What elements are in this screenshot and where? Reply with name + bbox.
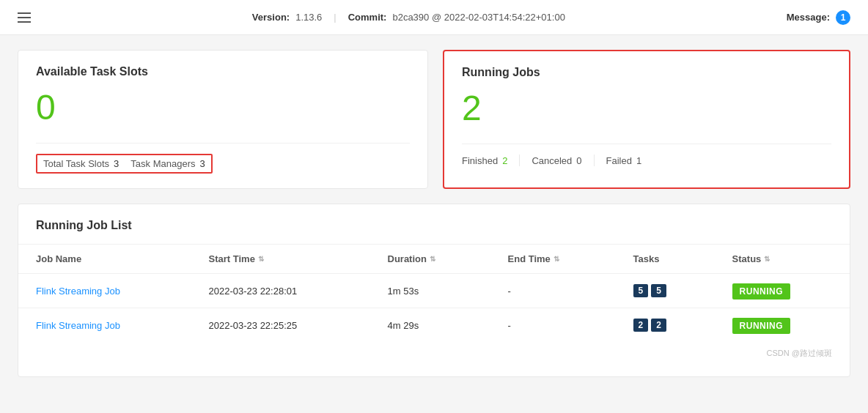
task-managers-item: Task Managers 3 — [130, 158, 205, 169]
status-badge: RUNNING — [732, 283, 791, 299]
task-managers-value: 3 — [199, 158, 205, 169]
col-job-name: Job Name — [18, 245, 191, 274]
running-jobs-card: Running Jobs 2 Finished 2 Canceled 0 Fai… — [443, 50, 850, 189]
header-right: Message: 1 — [787, 10, 850, 25]
message-badge[interactable]: 1 — [836, 10, 850, 25]
header-center: Version: 1.13.6 | Commit: b2ca390 @ 2022… — [252, 12, 565, 23]
job-name-cell: Flink Streaming Job — [18, 308, 191, 343]
total-task-slots-label: Total Task Slots — [43, 158, 109, 169]
finished-label: Finished — [462, 155, 498, 166]
end-time-cell: - — [490, 274, 616, 308]
commit-value: b2ca390 @ 2022-02-03T14:54:22+01:00 — [392, 12, 564, 23]
canceled-label: Canceled — [532, 155, 572, 166]
col-start-time[interactable]: Start Time ⇅ — [191, 245, 370, 274]
status-cell: RUNNING — [715, 308, 850, 343]
total-task-slots-item: Total Task Slots 3 — [43, 158, 119, 169]
failed-value: 1 — [636, 155, 641, 166]
footer-divider1 — [519, 155, 520, 166]
commit-label: Commit: — [348, 12, 387, 23]
failed-label: Failed — [606, 155, 632, 166]
sort-duration-icon: ⇅ — [430, 256, 435, 263]
footer-divider2 — [594, 155, 595, 166]
job-table: Job Name Start Time ⇅ Duration ⇅ — [18, 244, 850, 342]
col-end-time[interactable]: End Time ⇅ — [490, 245, 616, 274]
start-time-cell: 2022-03-23 22:25:25 — [191, 308, 370, 343]
running-job-list-section: Running Job List Job Name Start Time ⇅ — [18, 204, 850, 377]
canceled-value: 0 — [576, 155, 581, 166]
running-jobs-title: Running Jobs — [462, 66, 831, 79]
col-duration[interactable]: Duration ⇅ — [370, 245, 490, 274]
canceled-item: Canceled 0 — [532, 155, 581, 166]
col-status[interactable]: Status ⇅ — [715, 245, 850, 274]
task-badge-1: 5 — [633, 284, 649, 297]
task-slots-highlight: Total Task Slots 3 Task Managers 3 — [36, 154, 213, 174]
col-tasks: Tasks — [616, 245, 715, 274]
table-row: Flink Streaming Job 2022-03-23 22:28:01 … — [18, 274, 850, 308]
job-name-link[interactable]: Flink Streaming Job — [36, 286, 120, 297]
header-divider1: | — [334, 12, 336, 23]
running-jobs-metric: 2 — [462, 91, 831, 126]
available-task-slots-footer: Total Task Slots 3 Task Managers 3 — [36, 143, 410, 174]
job-name-cell: Flink Streaming Job — [18, 274, 191, 308]
menu-icon[interactable] — [18, 12, 31, 23]
duration-cell: 1m 53s — [370, 274, 490, 308]
tasks-cell: 2 2 — [616, 308, 715, 343]
main-content: Available Task Slots 0 Total Task Slots … — [0, 35, 868, 392]
version-label: Version: — [252, 12, 290, 23]
task-badge-2: 2 — [651, 319, 666, 332]
table-header-row: Job Name Start Time ⇅ Duration ⇅ — [18, 245, 850, 274]
task-badge-2: 5 — [651, 284, 666, 297]
task-managers-label: Task Managers — [130, 158, 195, 169]
cards-row: Available Task Slots 0 Total Task Slots … — [18, 50, 850, 189]
finished-value: 2 — [502, 155, 507, 166]
sort-start-time-icon: ⇅ — [258, 256, 264, 263]
sort-end-time-icon: ⇅ — [553, 256, 559, 263]
status-cell: RUNNING — [715, 274, 850, 308]
available-task-slots-title: Available Task Slots — [36, 65, 410, 78]
header-left — [18, 12, 31, 23]
available-task-slots-metric: 0 — [36, 90, 410, 125]
running-job-list-title: Running Job List — [18, 219, 850, 232]
header: Version: 1.13.6 | Commit: b2ca390 @ 2022… — [0, 0, 868, 35]
watermark: CSDN @路过倾斑 — [18, 342, 850, 362]
message-count: 1 — [841, 12, 846, 23]
sort-status-icon: ⇅ — [764, 256, 770, 263]
tasks-cell: 5 5 — [616, 274, 715, 308]
message-label: Message: — [787, 12, 830, 23]
version-value: 1.13.6 — [295, 12, 322, 23]
job-name-link[interactable]: Flink Streaming Job — [36, 320, 120, 331]
duration-cell: 4m 29s — [370, 308, 490, 343]
failed-item: Failed 1 — [606, 155, 642, 166]
available-task-slots-card: Available Task Slots 0 Total Task Slots … — [18, 50, 428, 189]
task-badge-1: 2 — [633, 319, 649, 332]
table-row: Flink Streaming Job 2022-03-23 22:25:25 … — [18, 308, 850, 343]
start-time-cell: 2022-03-23 22:28:01 — [191, 274, 370, 308]
total-task-slots-value: 3 — [114, 158, 119, 169]
finished-item: Finished 2 — [462, 155, 507, 166]
running-jobs-footer: Finished 2 Canceled 0 Failed 1 — [462, 144, 831, 166]
status-badge: RUNNING — [732, 318, 791, 334]
end-time-cell: - — [490, 308, 616, 343]
